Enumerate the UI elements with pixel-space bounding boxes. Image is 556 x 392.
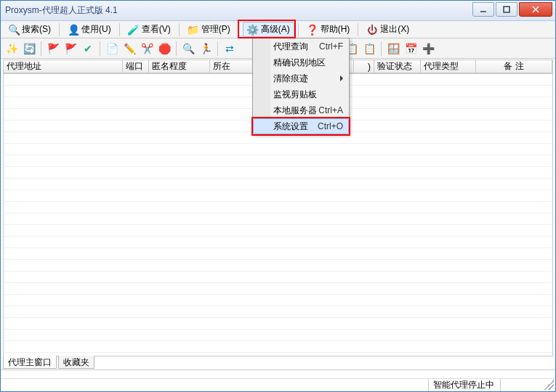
table-row (4, 283, 552, 295)
menu-separator (238, 23, 239, 36)
advanced-dropdown: 代理查询 Ctrl+F 精确识别地区 清除痕迹 监视剪贴板 本地服务器 Ctrl… (252, 38, 350, 135)
refresh-icon: 🔄 (23, 44, 36, 54)
dropdown-label: 精确识别地区 (273, 57, 326, 69)
table-row (4, 202, 552, 213)
table-row (4, 190, 552, 202)
dropdown-item-clear-traces[interactable]: 清除痕迹 (253, 70, 349, 86)
search-spark-icon: ✨ (6, 44, 18, 54)
column-header-proxy-addr[interactable]: 代理地址 (4, 60, 123, 73)
eraser-icon: ✂️ (141, 44, 153, 54)
dropdown-label: 监视剪贴板 (273, 89, 317, 101)
column-header-port[interactable]: 端口 (123, 60, 149, 73)
toolbar-refresh-button[interactable]: 🔄 (21, 41, 37, 57)
close-button[interactable] (519, 2, 552, 17)
table-row (4, 213, 552, 225)
dropdown-item-proxy-query[interactable]: 代理查询 Ctrl+F (253, 38, 349, 54)
toolbar-separator (217, 41, 218, 56)
column-header-anon-level[interactable]: 匿名程度 (149, 60, 210, 73)
toolbar-clear-button[interactable]: ✂️ (139, 41, 155, 57)
dropdown-item-system-settings[interactable]: 系统设置 Ctrl+O (253, 118, 349, 134)
toolbar-doc-button[interactable]: 📄 (104, 41, 120, 57)
table-row (4, 330, 552, 341)
table-row (4, 144, 552, 155)
status-bar: 智能代理停止中 (1, 369, 555, 391)
tab-favorites[interactable]: 收藏夹 (58, 356, 94, 369)
flag-icon: 🚩 (65, 44, 77, 54)
magnifier-icon: 🔍 (8, 24, 20, 36)
menu-separator (298, 23, 299, 36)
toolbar-run-button[interactable]: 🏃 (198, 41, 214, 57)
flag-icon: 🚩 (47, 44, 60, 54)
toolbar-flag1-button[interactable]: 🚩 (45, 41, 61, 57)
maximize-button[interactable] (496, 2, 517, 17)
bottom-tabs: 代理主窗口 收藏夹 (3, 356, 96, 369)
dropdown-label: 系统设置 (273, 121, 308, 133)
dropdown-item-local-server[interactable]: 本地服务器 Ctrl+A (253, 102, 349, 118)
menu-use[interactable]: 👤 使用(U) (63, 22, 116, 37)
toolbar-separator (176, 41, 177, 56)
toolbar-separator (100, 41, 100, 56)
table-row (4, 295, 552, 306)
menu-label: 查看(V) (142, 23, 171, 36)
resize-grip-icon[interactable] (544, 380, 554, 390)
toolbar-flag2-button[interactable]: 🚩 (63, 41, 78, 57)
menu-search[interactable]: 🔍 搜索(S) (4, 22, 55, 37)
document-icon: 📄 (106, 44, 118, 54)
table-row (4, 179, 552, 190)
dropdown-label: 清除痕迹 (273, 73, 308, 85)
column-header-proxy-type[interactable]: 代理类型 (421, 60, 476, 73)
paste-icon: 📋 (363, 44, 376, 54)
column-header-hidden2[interactable]: ) (354, 60, 374, 73)
toolbar-extra-button[interactable]: ➕ (420, 41, 436, 57)
toolbar-magnify-button[interactable]: 🔍 (180, 41, 196, 57)
toolbar-search-button[interactable]: ✨ (4, 41, 20, 57)
menu-exit[interactable]: ⏻ 退出(X) (362, 22, 414, 37)
tab-proxy-main[interactable]: 代理主窗口 (3, 356, 57, 369)
toolbar-check-button[interactable]: ✔ (80, 41, 96, 57)
toolbar-paste-button[interactable]: 📋 (361, 41, 377, 57)
column-header-verify-status[interactable]: 验证状态 (374, 60, 421, 73)
menu-label: 管理(P) (201, 23, 230, 36)
dropdown-item-monitor-clipboard[interactable]: 监视剪贴板 (253, 86, 349, 102)
table-row (4, 248, 552, 260)
svg-rect-1 (504, 7, 509, 12)
toolbar-swap-button[interactable]: ⇄ (222, 41, 238, 57)
table-row (4, 260, 552, 271)
help-icon: ❓ (307, 24, 318, 36)
table-row (4, 167, 552, 179)
toolbar-window-button[interactable]: 🪟 (385, 41, 401, 57)
menu-view[interactable]: 🧪 查看(V) (124, 22, 175, 37)
menu-label: 搜索(S) (22, 23, 51, 36)
menu-manage[interactable]: 📁 管理(P) (183, 22, 235, 37)
menu-bar: 🔍 搜索(S) 👤 使用(U) 🧪 查看(V) 📁 管理(P) ⚙️ 高级(A)… (1, 21, 555, 38)
dropdown-label: 本地服务器 (273, 105, 317, 117)
column-header-remark[interactable]: 备 注 (476, 60, 552, 73)
swap-icon: ⇄ (225, 44, 234, 54)
stop-icon: 🛑 (158, 44, 171, 54)
menu-help[interactable]: ❓ 帮助(H) (302, 22, 355, 37)
dropdown-item-precise-region[interactable]: 精确识别地区 (253, 54, 349, 70)
folder-icon: 📁 (188, 24, 199, 36)
pencil-icon: ✏️ (124, 44, 136, 54)
table-row (4, 271, 552, 283)
user-icon: 👤 (68, 24, 79, 36)
flask-icon: 🧪 (128, 24, 140, 36)
table-row (4, 341, 552, 353)
toolbar-stop-button[interactable]: 🛑 (156, 41, 172, 57)
table-row (4, 155, 552, 167)
title-bar: Proxysm-代理超人正式版 4.1 (1, 1, 555, 21)
menu-label: 退出(X) (380, 23, 409, 36)
status-empty-cell (500, 379, 544, 391)
dropdown-shortcut: Ctrl+O (318, 121, 343, 131)
toolbar-edit-button[interactable]: ✏️ (121, 41, 137, 57)
column-header-location[interactable]: 所在 (210, 60, 254, 73)
menu-label: 使用(U) (81, 23, 111, 36)
menu-separator (179, 23, 180, 36)
minimize-button[interactable] (472, 2, 494, 17)
calendar-icon: 📅 (405, 44, 417, 54)
menu-label: 帮助(H) (321, 23, 350, 36)
menu-label: 高级(A) (261, 23, 290, 36)
toolbar-calendar-button[interactable]: 📅 (403, 41, 419, 57)
dropdown-shortcut: Ctrl+F (319, 41, 343, 52)
menu-advanced[interactable]: ⚙️ 高级(A) (243, 22, 294, 37)
